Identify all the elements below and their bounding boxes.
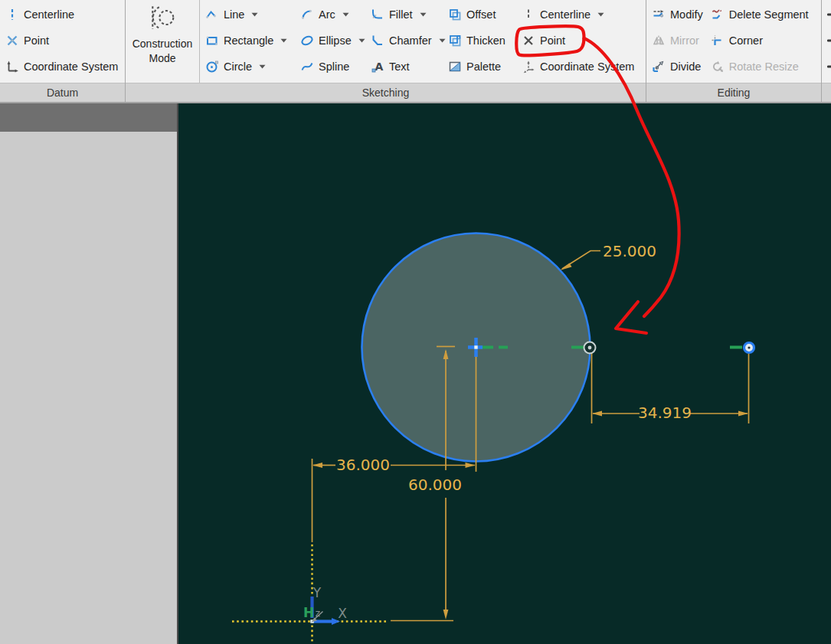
ribbon-column: FilletChamferAText [365,0,443,83]
ribbon-item-point[interactable]: Point [0,28,125,54]
ribbon-item-mirror: Mirror [646,28,705,54]
chevron-down-icon[interactable] [251,12,258,17]
rotate-resize-icon [711,60,725,74]
corner-icon [711,34,725,47]
ribbon-item-ellipse[interactable]: Ellipse [295,28,365,54]
fillet-icon [371,8,384,21]
model-tree-panel [0,103,178,644]
dimension-offset-x[interactable]: 34.919 [638,404,692,422]
svg-text:A: A [375,60,384,73]
ribbon-item-label: Modify [670,8,703,21]
ribbon-item-item[interactable] [822,2,831,28]
arc-icon [300,8,314,21]
ribbon-group-datum: CenterlinePointCoordinate SystemDatum [0,0,126,102]
ribbon-item-label: Text [389,60,410,73]
divide-icon [652,60,666,74]
ribbon-item-label: Construction Mode [126,37,199,66]
ribbon-item-line[interactable]: Line [200,2,295,28]
ribbon-item-label: Divide [670,60,701,73]
ribbon-item-label: Thicken [466,34,505,47]
clipped-dash-icon [827,34,831,47]
y-axis-label: Y [312,585,322,600]
ribbon-item-rectangle[interactable]: Rectangle [200,28,295,54]
sketch-coordinate-system-icon [522,60,535,74]
centerline-icon [5,8,19,21]
ribbon-item-centerline[interactable]: Centerline [516,2,643,28]
ribbon-column: LineRectangleCircle [200,0,295,83]
ribbon-item-text[interactable]: AText [365,54,443,80]
delete-segment-icon [711,8,725,21]
ribbon-item-spline[interactable]: Spline [295,54,365,80]
sketch-canvas-area[interactable]: 25.000 34.919 36.000 60.000 Y X H z [178,103,831,644]
chevron-down-icon[interactable] [597,12,604,17]
ribbon-item-rotate-resize: Rotate Resize [705,54,821,80]
ribbon-item-label: Offset [466,8,496,21]
ribbon-item-label: Rotate Resize [729,60,799,73]
dimension-center-y[interactable]: 60.000 [408,476,462,494]
chevron-down-icon[interactable] [420,12,427,17]
rectangle-icon [205,34,219,47]
ribbon-item-label: Palette [466,60,501,73]
ribbon-item-corner[interactable]: Corner [705,28,821,54]
ribbon-group-sketching: Construction ModeLineRectangleCircleArcE… [126,0,646,102]
ribbon-item-label: Spline [319,60,349,73]
ribbon-item-label: Line [224,8,244,21]
ribbon-column: CenterlinePointCoordinate System [516,0,643,83]
ribbon-item-point[interactable]: Point [516,28,643,54]
ribbon-item-thicken[interactable]: Thicken [443,28,516,54]
ribbon-item-construction-mode[interactable]: Construction Mode [126,0,200,83]
sketch-point-right[interactable] [744,343,754,353]
construction-mode-icon [149,4,176,31]
ribbon-group-label: Editing [646,83,821,102]
chevron-down-icon[interactable] [342,12,349,17]
chevron-down-icon[interactable] [280,38,287,43]
ribbon-item-label: Chamfer [389,34,432,47]
ribbon-item-circle[interactable]: Circle [200,54,295,80]
ribbon-item-divide[interactable]: Divide [646,54,705,80]
ribbon-group-label: Datum [0,83,125,102]
x-axis-label: X [338,606,347,621]
circle-icon [205,60,219,74]
ribbon-item-fillet[interactable]: Fillet [365,2,443,28]
ribbon-item-label: Coordinate System [24,60,118,73]
dimension-radius[interactable]: 25.000 [603,242,656,260]
z-axis-label: z [316,608,320,619]
ribbon-item-label: Point [24,34,49,47]
ribbon-item-centerline[interactable]: Centerline [0,2,125,28]
dimension-center-x[interactable]: 36.000 [336,456,390,474]
ribbon-group-label: Sketching [126,83,646,102]
ribbon: CenterlinePointCoordinate SystemDatumCon… [0,0,831,103]
ribbon-item-item[interactable] [822,54,831,80]
ribbon-item-item[interactable] [822,28,831,54]
ribbon-item-label: Centerline [540,8,591,21]
clipped-dash-icon [827,60,831,74]
ribbon-item-delete-segment[interactable]: Delete Segment [705,2,821,28]
text-icon: A [371,60,384,74]
panel-header [0,103,177,132]
ellipse-icon [300,34,314,47]
ribbon-item-palette[interactable]: Palette [443,54,516,80]
chevron-down-icon[interactable] [358,38,365,43]
ribbon-item-coordinate-system[interactable]: Coordinate System [0,54,125,80]
ribbon-item-label: Circle [224,60,252,73]
ribbon-item-arc[interactable]: Arc [295,2,365,28]
ribbon-column: CenterlinePointCoordinate System [0,0,125,83]
ribbon-item-modify[interactable]: Modify [646,2,705,28]
origin-label: H [303,605,314,620]
ribbon-column: Delete SegmentCornerRotate Resize [705,0,821,83]
sketch-point-icon [522,34,535,47]
mirror-icon [652,34,666,47]
ribbon-item-coordinate-system[interactable]: Coordinate System [516,54,643,80]
sketch-point-on-circle[interactable] [584,342,596,354]
ribbon-item-offset[interactable]: Offset [443,2,516,28]
sketch-canvas[interactable]: 25.000 34.919 36.000 60.000 Y X H z [178,103,831,644]
ribbon-item-chamfer[interactable]: Chamfer [365,28,443,54]
chevron-down-icon[interactable] [259,64,266,69]
ribbon-item-label: Coordinate System [540,60,634,73]
coordinate-system-icon [5,60,19,74]
sketch-centerline-icon [522,8,535,21]
chamfer-icon [371,34,384,47]
ribbon-item-label: Point [540,34,565,47]
point-icon [5,34,19,47]
ribbon-column: ArcEllipseSpline [295,0,365,83]
